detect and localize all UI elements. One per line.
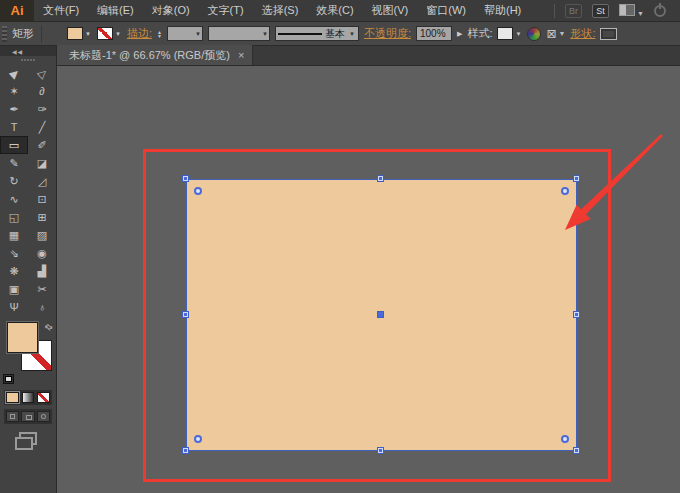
screen-mode-button[interactable] (19, 432, 37, 445)
graphic-style-swatch[interactable] (497, 27, 513, 40)
chevron-down-icon[interactable]: ▼ (114, 31, 122, 37)
mesh-tool[interactable]: ▦ (0, 226, 28, 244)
corner-widget-top-right[interactable] (561, 187, 569, 195)
panel-collapse-button[interactable]: ◀◀ (0, 46, 56, 56)
fill-stroke-indicator: ⇄ (0, 320, 56, 386)
chevron-down-icon[interactable]: ▼ (514, 31, 522, 37)
stroke-color-control[interactable]: ▼ (97, 27, 122, 40)
shape-builder-tool[interactable]: ◱ (0, 208, 28, 226)
control-bar-grip[interactable] (2, 26, 7, 42)
shape-properties-icon[interactable] (600, 28, 617, 40)
handle-mid-right[interactable] (573, 311, 580, 318)
none-button[interactable] (37, 392, 50, 403)
fill-color-control[interactable]: ▼ (67, 27, 92, 40)
workspace-switcher[interactable]: ▼ (619, 2, 644, 20)
hand-tool[interactable]: Ψ (0, 298, 28, 316)
recolor-artwork-icon[interactable] (527, 27, 541, 41)
stroke-none-swatch[interactable] (97, 27, 113, 40)
opacity-dropdown-icon[interactable]: ▶ (457, 30, 462, 38)
control-bar: 矩形 ▼ ▼ 描边: ▲▼ ▼ ▼ 基本 ▼ 不透明度: 100% ▶ 样式: … (0, 22, 680, 46)
chevron-down-icon: ▼ (194, 31, 202, 37)
pencil-tool[interactable]: ✎ (0, 154, 28, 172)
rotate-tool[interactable]: ↻ (0, 172, 28, 190)
artboard-tool[interactable]: ▣ (0, 280, 28, 298)
stock-icon[interactable]: St (592, 4, 609, 18)
draw-behind-button[interactable] (21, 411, 34, 422)
handle-bottom-mid[interactable] (377, 447, 384, 454)
handle-bottom-right[interactable] (573, 447, 580, 454)
app-logo: Ai (0, 0, 34, 22)
canvas[interactable] (57, 66, 680, 493)
menu-window[interactable]: 窗口(W) (417, 0, 475, 21)
handle-center[interactable] (377, 311, 384, 318)
gradient-button[interactable] (22, 392, 35, 403)
menu-object[interactable]: 对象(O) (143, 0, 199, 21)
opacity-panel-link[interactable]: 不透明度: (364, 26, 411, 41)
handle-mid-left[interactable] (182, 311, 189, 318)
corner-widget-bottom-right[interactable] (561, 435, 569, 443)
close-icon[interactable]: × (238, 49, 244, 61)
rectangle-tool[interactable]: ▭ (0, 136, 28, 154)
scale-tool[interactable]: ◿ (28, 172, 56, 190)
color-button[interactable] (6, 392, 19, 403)
workspace-layout-icon (619, 4, 635, 16)
menubar-right-icons: Br St ▼ (554, 2, 680, 20)
style-label: 样式: (467, 26, 492, 41)
symbol-sprayer-tool[interactable]: ❋ (0, 262, 28, 280)
menu-file[interactable]: 文件(F) (34, 0, 88, 21)
chevron-down-icon: ▼ (637, 10, 644, 17)
menu-select[interactable]: 选择(S) (253, 0, 308, 21)
corner-widget-bottom-left[interactable] (194, 435, 202, 443)
fill-swatch[interactable] (7, 322, 38, 353)
context-label: 矩形 (12, 26, 34, 41)
cs-live-icon[interactable] (654, 5, 666, 17)
shape-panel-link[interactable]: 形状: (570, 26, 595, 41)
default-fill-stroke-icon[interactable] (3, 374, 14, 384)
document-tab-bar: 未标题-1* @ 66.67% (RGB/预览) × (57, 46, 680, 66)
document-setup-control[interactable]: ⊠ ▼ (546, 27, 565, 41)
gradient-tool[interactable]: ▨ (28, 226, 56, 244)
eraser-tool[interactable]: ◪ (28, 154, 56, 172)
handle-top-right[interactable] (573, 175, 580, 182)
column-graph-tool[interactable]: ▟ (28, 262, 56, 280)
document-tab[interactable]: 未标题-1* @ 66.67% (RGB/预览) × (57, 45, 253, 65)
handle-top-mid[interactable] (377, 175, 384, 182)
zoom-tool[interactable]: ♁ (28, 298, 56, 316)
eyedropper-tool[interactable]: ⇘ (0, 244, 28, 262)
stroke-weight-combo[interactable]: ▼ (167, 26, 203, 41)
style-control[interactable]: ▼ (497, 27, 522, 40)
handle-bottom-left[interactable] (182, 447, 189, 454)
stroke-weight-stepper[interactable]: ▲▼ (157, 30, 162, 38)
slice-tool[interactable]: ✂ (28, 280, 56, 298)
bridge-icon[interactable]: Br (565, 4, 582, 18)
stepper-down-icon[interactable]: ▼ (157, 34, 162, 38)
corner-widget-top-left[interactable] (194, 187, 202, 195)
perspective-grid-tool[interactable]: ⊞ (28, 208, 56, 226)
menu-type[interactable]: 文字(T) (199, 0, 253, 21)
handle-top-left[interactable] (182, 175, 189, 182)
chevron-down-icon[interactable]: ▼ (84, 31, 92, 37)
brush-definition-combo[interactable]: 基本 ▼ (275, 26, 359, 41)
menu-items: 文件(F) 编辑(E) 对象(O) 文字(T) 选择(S) 效果(C) 视图(V… (34, 0, 530, 21)
free-transform-tool[interactable]: ⊡ (28, 190, 56, 208)
menu-help[interactable]: 帮助(H) (475, 0, 530, 21)
swap-fill-stroke-icon[interactable]: ⇄ (43, 321, 55, 333)
stroke-panel-link[interactable]: 描边: (127, 26, 152, 41)
draw-inside-button[interactable] (37, 411, 50, 422)
menu-edit[interactable]: 编辑(E) (88, 0, 143, 21)
type-tool[interactable]: T (0, 118, 28, 136)
blob-brush-tool[interactable]: ✑ (28, 100, 56, 118)
width-profile-combo[interactable]: ▼ (208, 26, 270, 41)
chevron-down-icon: ▼ (558, 30, 565, 37)
pen-tool[interactable]: ✒ (0, 100, 28, 118)
draw-normal-button[interactable] (6, 411, 19, 422)
line-segment-tool[interactable]: ╱ (28, 118, 56, 136)
fill-color-swatch[interactable] (67, 27, 83, 40)
illustrator-window: Ai 文件(F) 编辑(E) 对象(O) 文字(T) 选择(S) 效果(C) 视… (0, 0, 680, 493)
menu-view[interactable]: 视图(V) (363, 0, 418, 21)
paintbrush-tool[interactable]: ✐ (28, 136, 56, 154)
width-tool[interactable]: ∿ (0, 190, 28, 208)
menu-effect[interactable]: 效果(C) (307, 0, 362, 21)
blend-tool[interactable]: ◉ (28, 244, 56, 262)
opacity-input[interactable]: 100% (416, 26, 452, 41)
